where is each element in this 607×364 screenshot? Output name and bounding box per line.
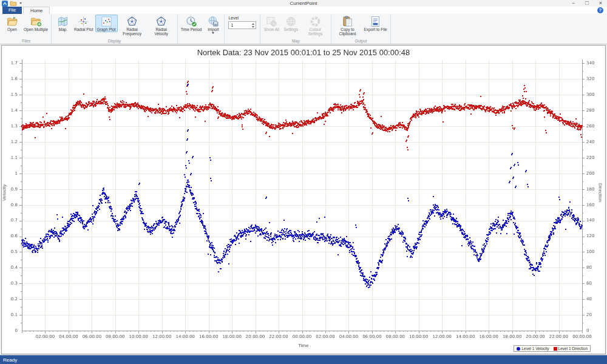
ribbon-button-label: Copy to Clipboard [334, 27, 360, 36]
velocity-marker-icon [517, 347, 520, 351]
direction-marker-icon [554, 347, 557, 351]
chart-legend: Level 1 Velocity Level 1 Direction [514, 345, 591, 352]
graph-plot-icon [101, 16, 112, 27]
radial-velocity-icon [155, 16, 167, 27]
radial-frequency-icon [126, 16, 138, 27]
ribbon-button-show-all: Show All [262, 15, 281, 32]
legend-label-direction: Level 1 Direction [558, 346, 588, 351]
folder-open-icon [7, 16, 18, 27]
ribbon-group-files: OpenOpen MultipleFiles [1, 14, 52, 44]
level-spinner-up-icon[interactable] [252, 23, 254, 25]
status-bar: Ready [0, 355, 607, 364]
chart-title: Nortek Data: 23 Nov 2015 00:01:01 to 25 … [2, 48, 605, 57]
ribbon-button-label: Export to File [364, 27, 387, 32]
ribbon-tab-row: File Home ? [0, 7, 607, 14]
window-title: CurrentPoint [0, 1, 607, 6]
ribbon-group: Level1 [225, 14, 260, 44]
ribbon-button-time-period[interactable]: Time Period [179, 15, 204, 32]
ribbon-button-copy-to-clipboard[interactable]: Copy to Clipboard [333, 15, 362, 36]
ribbon-button-label: Radial Plot [74, 27, 93, 32]
tab-file[interactable]: File [2, 7, 22, 14]
show-all-icon [266, 16, 277, 27]
y-axis-label-velocity: Velocity [2, 175, 7, 211]
chart-panel: Nortek Data: 23 Nov 2015 00:01:01 to 25 … [1, 45, 606, 354]
ribbon-button-radial-plot[interactable]: Radial Plot [72, 15, 95, 32]
ribbon-button-colour-settings: Colour Settings [300, 15, 330, 36]
scatter-plot-canvas[interactable] [2, 46, 605, 354]
ribbon-group-caption: Files [2, 38, 50, 44]
time-period-icon [186, 16, 197, 27]
level-spinner-down-icon[interactable] [252, 26, 254, 28]
ribbon: OpenOpen MultipleFilesMapRadial PlotGrap… [0, 14, 607, 44]
minimize-button[interactable]: − [572, 0, 575, 7]
level-label: Level [228, 16, 256, 20]
level-value: 1 [231, 23, 233, 27]
ribbon-button-label: Import [208, 27, 219, 32]
ribbon-group-output: Copy to ClipboardExport to FileOutput [331, 14, 390, 44]
dropdown-arrow-icon [212, 32, 214, 34]
copy-clipboard-icon [342, 16, 353, 27]
ribbon-button-open[interactable]: Open [2, 15, 22, 32]
ribbon-group: Time PeriodImport [178, 14, 225, 44]
map-icon [57, 16, 69, 27]
radial-plot-icon [78, 16, 89, 27]
ribbon-button-open-multiple[interactable]: Open Multiple [22, 15, 50, 32]
ribbon-button-label: Open Multiple [24, 27, 48, 32]
import-icon [208, 16, 219, 27]
ribbon-group-caption [179, 38, 223, 44]
ribbon-button-graph-plot[interactable]: Graph Plot [95, 15, 118, 32]
ribbon-groups: OpenOpen MultipleFilesMapRadial PlotGrap… [1, 14, 391, 44]
ribbon-group-caption: Display [53, 38, 176, 44]
ribbon-button-export-to-file[interactable]: Export to File [362, 15, 388, 32]
folder-open-multiple-icon [30, 16, 42, 27]
status-text: Ready [3, 357, 17, 363]
ribbon-button-radial-velocity[interactable]: Radial Velocity [147, 15, 176, 36]
ribbon-button-label: Open [7, 27, 17, 32]
ribbon-group-caption: Map [262, 38, 330, 44]
tab-home[interactable]: Home [23, 7, 50, 14]
ribbon-button-label: Radial Velocity [149, 27, 174, 36]
map-settings-icon [285, 16, 297, 27]
legend-item-direction[interactable]: Level 1 Direction [554, 346, 588, 351]
ribbon-group-map: Show AllSettingsColour SettingsMap [260, 14, 331, 44]
ribbon-button-import[interactable]: Import [203, 15, 223, 35]
ribbon-group-display: MapRadial PlotGraph PlotRadial Frequency… [52, 14, 178, 44]
ribbon-button-settings: Settings [281, 15, 300, 32]
legend-item-velocity[interactable]: Level 1 Velocity [517, 346, 549, 351]
ribbon-button-radial-frequency[interactable]: Radial Frequency [118, 15, 147, 36]
help-icon[interactable]: ? [597, 7, 603, 13]
window-controls: − □ × [572, 0, 602, 7]
export-file-icon [370, 16, 381, 27]
ribbon-button-label: Settings [284, 27, 299, 32]
close-button[interactable]: × [599, 0, 602, 7]
ribbon-button-label: Show All [264, 27, 279, 32]
ribbon-button-label: Radial Frequency [120, 27, 145, 36]
colour-settings-icon [310, 16, 321, 27]
ribbon-button-map[interactable]: Map [53, 15, 72, 32]
ribbon-button-label: Colour Settings [302, 27, 328, 36]
ribbon-button-label: Time Period [181, 27, 202, 32]
title-bar: CurrentPoint − □ × [0, 0, 607, 7]
level-input[interactable]: 1 [228, 21, 256, 29]
level-spinner: Level1 [226, 15, 259, 29]
ribbon-group-caption: Output [333, 38, 388, 44]
y-axis-label-direction: Direction [598, 175, 603, 211]
restore-button[interactable]: □ [585, 0, 588, 7]
ribbon-group-caption [226, 38, 259, 44]
ribbon-button-label: Map [59, 27, 67, 32]
legend-label-velocity: Level 1 Velocity [521, 346, 549, 351]
ribbon-button-label: Graph Plot [97, 27, 116, 32]
